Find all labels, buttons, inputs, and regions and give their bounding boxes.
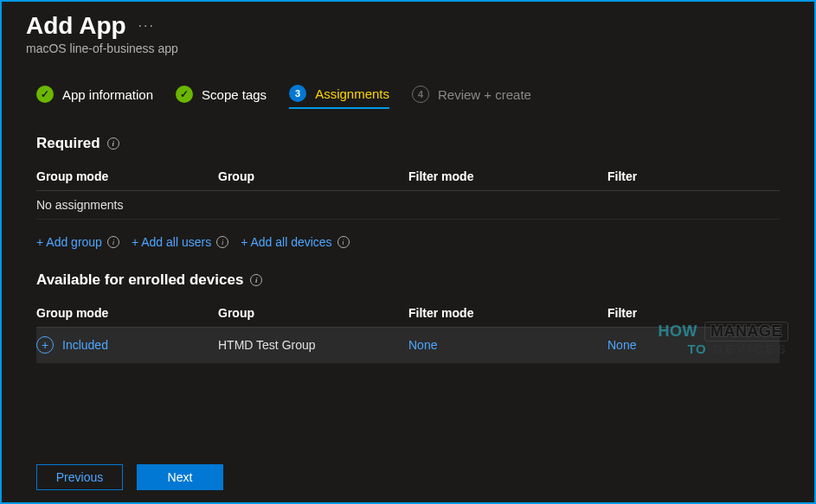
required-section-title: Required (36, 135, 780, 152)
step-number-icon: 3 (289, 85, 306, 102)
col-filter: Filter (607, 306, 780, 320)
group-cell: HTMD Test Group (218, 338, 408, 352)
step-scope-tags[interactable]: Scope tags (176, 86, 267, 108)
step-label: Assignments (315, 86, 389, 101)
table-row-empty: No assignments (36, 191, 780, 220)
available-section-title: Available for enrolled devices (36, 271, 780, 289)
empty-message: No assignments (36, 198, 218, 212)
plus-circle-icon (36, 336, 54, 354)
add-all-devices-link[interactable]: + Add all devices (241, 235, 349, 249)
add-group-link[interactable]: + Add group (36, 235, 119, 249)
wizard-footer: Previous Next (36, 464, 223, 490)
wizard-steps: App information Scope tags 3 Assignments… (2, 61, 814, 114)
required-table: Group mode Group Filter mode Filter No a… (36, 163, 780, 220)
next-button[interactable]: Next (137, 464, 223, 490)
info-icon[interactable] (107, 137, 119, 150)
page-title: Add App (26, 12, 126, 40)
step-label: Review + create (438, 87, 531, 102)
col-group-mode: Group mode (36, 169, 218, 183)
info-icon[interactable] (250, 274, 262, 286)
col-group-mode: Group mode (36, 306, 218, 320)
step-assignments[interactable]: 3 Assignments (289, 85, 389, 109)
info-icon[interactable] (107, 236, 119, 248)
previous-button[interactable]: Previous (36, 464, 123, 490)
checkmark-icon (36, 86, 54, 103)
page-subtitle: macOS line-of-business app (26, 41, 790, 55)
step-app-information[interactable]: App information (36, 86, 153, 108)
header: Add App ··· macOS line-of-business app (2, 2, 814, 61)
checkmark-icon (176, 86, 193, 103)
group-mode-cell[interactable]: Included (36, 336, 218, 354)
col-filter: Filter (607, 169, 780, 183)
table-header: Group mode Group Filter mode Filter (36, 163, 780, 191)
col-group: Group (218, 306, 408, 320)
step-label: App information (62, 87, 153, 102)
info-icon[interactable] (216, 236, 228, 248)
watermark: HOW MANAGE TO DEVICES (659, 322, 789, 356)
more-menu-icon[interactable]: ··· (138, 18, 155, 34)
col-filter-mode: Filter mode (408, 306, 607, 320)
filter-mode-cell[interactable]: None (408, 338, 607, 352)
col-filter-mode: Filter mode (408, 169, 607, 183)
add-all-users-link[interactable]: + Add all users (132, 235, 228, 249)
step-review-create[interactable]: 4 Review + create (412, 86, 531, 108)
info-icon[interactable] (337, 236, 350, 248)
required-actions: + Add group + Add all users + Add all de… (36, 235, 780, 249)
step-number-icon: 4 (412, 86, 429, 103)
col-group: Group (218, 169, 408, 183)
step-label: Scope tags (202, 87, 267, 102)
